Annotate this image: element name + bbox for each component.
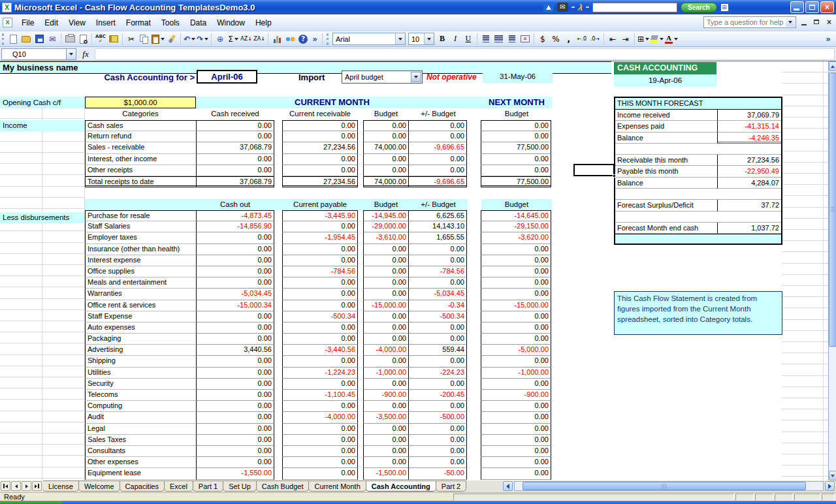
value-cell[interactable]: 0.00: [481, 334, 551, 345]
gap-cell[interactable]: [274, 311, 282, 323]
value-cell[interactable]: 0.00: [481, 401, 551, 412]
value-cell[interactable]: 37,068.79: [196, 176, 274, 187]
mail-recipient-icon[interactable]: ✉: [46, 33, 59, 45]
value-cell[interactable]: -3,500.00: [363, 412, 409, 423]
gap-cell[interactable]: [358, 401, 363, 412]
menu-window[interactable]: Window: [212, 16, 250, 29]
sheet-tab-set-up[interactable]: Set Up: [223, 480, 257, 492]
value-cell[interactable]: 6,625.65: [408, 210, 467, 221]
italic-icon[interactable]: I: [449, 33, 462, 45]
value-cell[interactable]: 14,143.10: [408, 221, 467, 232]
value-cell[interactable]: 0.00: [408, 255, 467, 266]
value-cell[interactable]: 0.00: [196, 390, 274, 401]
gap-cell[interactable]: [274, 435, 282, 446]
opening-cash-value-cell[interactable]: $1,000.00: [85, 97, 196, 108]
gap-cell[interactable]: [467, 435, 481, 446]
forecast-label[interactable]: [615, 212, 718, 223]
value-cell[interactable]: 0.00: [481, 424, 551, 435]
chevron-down-icon[interactable]: [424, 33, 434, 44]
value-cell[interactable]: -784.56: [282, 266, 358, 277]
category-cell[interactable]: Utilities: [85, 368, 196, 379]
category-cell[interactable]: Security: [85, 379, 196, 390]
restore-button[interactable]: [805, 1, 819, 13]
gap-cell[interactable]: [358, 435, 363, 446]
decrease-decimal-icon[interactable]: .0→: [588, 33, 602, 45]
gap-cell[interactable]: [358, 210, 363, 221]
doc-minimize-icon[interactable]: [800, 18, 809, 26]
chevron-down-icon[interactable]: [411, 72, 421, 82]
forecast-label[interactable]: [615, 144, 718, 155]
gap-cell[interactable]: [358, 176, 363, 187]
gap-cell[interactable]: [358, 368, 363, 379]
minimize-button[interactable]: [790, 1, 804, 13]
value-cell[interactable]: 0.00: [481, 289, 551, 300]
font-color-icon[interactable]: A: [664, 33, 679, 45]
gap-cell[interactable]: [274, 120, 282, 131]
value-cell[interactable]: -29,150.00: [481, 221, 551, 232]
insert-function-icon[interactable]: fx: [76, 49, 95, 59]
value-cell[interactable]: 0.00: [282, 379, 358, 390]
value-cell[interactable]: 0.00: [282, 446, 358, 457]
value-cell[interactable]: -224.23: [408, 368, 467, 379]
value-cell[interactable]: 0.00: [363, 379, 409, 390]
gap-cell[interactable]: [274, 255, 282, 266]
value-cell[interactable]: 0.00: [481, 311, 551, 323]
new-document-icon[interactable]: [7, 33, 20, 45]
value-cell[interactable]: 0.00: [196, 424, 274, 435]
value-cell[interactable]: 0.00: [408, 401, 467, 412]
column-header[interactable]: Cash received: [196, 108, 274, 120]
forecast-value[interactable]: 27,234.56: [718, 155, 781, 166]
value-cell[interactable]: 37,068.79: [196, 142, 274, 153]
value-cell[interactable]: 0.00: [408, 446, 467, 457]
value-cell[interactable]: 0.00: [282, 457, 358, 468]
value-cell[interactable]: 0.00: [481, 154, 551, 165]
forecast-value[interactable]: [718, 212, 781, 223]
value-cell[interactable]: 0.00: [282, 401, 358, 412]
value-cell[interactable]: -1,954.45: [282, 232, 358, 244]
value-cell[interactable]: 0.00: [196, 457, 274, 468]
value-cell[interactable]: -3,440.56: [282, 345, 358, 356]
selected-cell[interactable]: [573, 164, 615, 176]
spelling-icon[interactable]: ABC✓: [94, 33, 107, 45]
gap-cell[interactable]: [467, 165, 481, 176]
value-cell[interactable]: 0.00: [363, 244, 409, 255]
category-cell[interactable]: Other receipts: [85, 165, 196, 176]
forecast-value[interactable]: 4,284.07: [718, 178, 781, 189]
category-cell[interactable]: Telecoms: [85, 390, 196, 401]
gap-cell[interactable]: [467, 446, 481, 457]
cash-accounting-for-label[interactable]: Cash Accounting for >: [78, 72, 195, 82]
period-cell[interactable]: April-06: [197, 70, 257, 84]
category-cell[interactable]: Office supplies: [85, 266, 196, 277]
value-cell[interactable]: 0.00: [196, 356, 274, 367]
gap-cell[interactable]: [274, 300, 282, 311]
value-cell[interactable]: 0.00: [363, 401, 409, 412]
gap-cell[interactable]: [274, 390, 282, 401]
value-cell[interactable]: 0.00: [363, 356, 409, 367]
value-cell[interactable]: 0.00: [408, 120, 467, 131]
value-cell[interactable]: 0.00: [481, 165, 551, 176]
value-cell[interactable]: -1,550.00: [196, 468, 274, 479]
cut-icon[interactable]: ✂: [125, 33, 138, 45]
gap-cell[interactable]: [467, 210, 481, 221]
category-cell[interactable]: Interest expense: [85, 255, 196, 266]
drawing-icon[interactable]: [283, 33, 297, 45]
grid-icon[interactable]: ⊞: [720, 3, 729, 12]
category-cell[interactable]: Purchase for resale: [85, 210, 196, 221]
category-cell[interactable]: Equipment lease: [85, 468, 196, 479]
category-cell[interactable]: Advertising: [85, 345, 196, 356]
gap-cell[interactable]: [274, 210, 282, 221]
toolbar-grip[interactable]: [2, 33, 5, 45]
value-cell[interactable]: 0.00: [196, 311, 274, 323]
value-cell[interactable]: 0.00: [363, 323, 409, 334]
gap-cell[interactable]: [467, 368, 481, 379]
column-header[interactable]: [358, 108, 363, 120]
gap-cell[interactable]: [358, 424, 363, 435]
percent-style-icon[interactable]: %: [549, 33, 562, 45]
font-size-combo[interactable]: 10: [408, 33, 434, 45]
gap-cell[interactable]: [467, 120, 481, 131]
paste-icon[interactable]: [151, 33, 165, 45]
value-cell[interactable]: 0.00: [363, 424, 409, 435]
value-cell[interactable]: 77,500.00: [481, 176, 551, 187]
gap-cell[interactable]: [467, 379, 481, 390]
borders-icon[interactable]: ⊞: [637, 33, 650, 45]
